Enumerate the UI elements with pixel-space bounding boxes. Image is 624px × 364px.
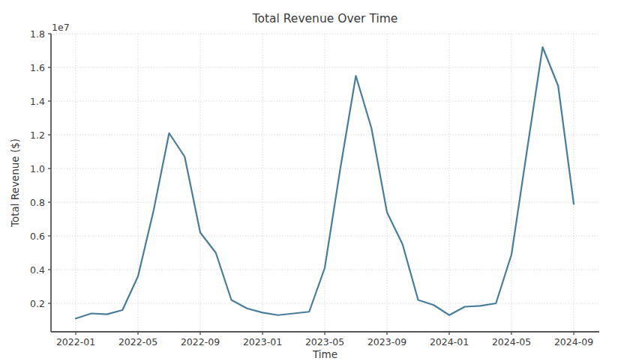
x-tick-label: 2022-09 [181,336,220,348]
y-tick-label: 1.4 [30,96,45,107]
x-tick-label: 2023-09 [368,336,406,348]
y-tick-label: 0.6 [30,231,45,242]
x-tick-label: 2023-05 [305,336,344,348]
total-revenue-line-chart: 2022-012022-052022-092023-012023-052023-… [0,0,624,364]
x-tick-label: 2024-09 [554,336,593,348]
line-chart-figure: 2022-012022-052022-092023-012023-052023-… [0,0,624,364]
y-tick-label: 1.8 [30,28,45,40]
y-axis-label: Total Revenue ($) [9,139,21,228]
y-tick-label: 0.4 [30,264,45,276]
chart-title: Total Revenue Over Time [252,12,398,25]
x-tick-label: 2024-01 [430,336,469,348]
y-tick-label: 0.8 [30,197,45,208]
y-axis-offset-label: 1e7 [52,22,70,33]
y-tick-label: 1.0 [30,163,45,175]
x-tick-label: 2024-05 [492,336,531,348]
x-tick-label: 2022-05 [118,336,158,348]
y-tick-label: 1.2 [30,130,45,141]
y-tick-label: 0.2 [30,298,45,309]
y-tick-label: 1.6 [30,62,45,73]
x-tick-label: 2022-01 [56,336,95,348]
x-axis-label: Time [312,348,338,360]
x-tick-label: 2023-01 [243,336,282,348]
